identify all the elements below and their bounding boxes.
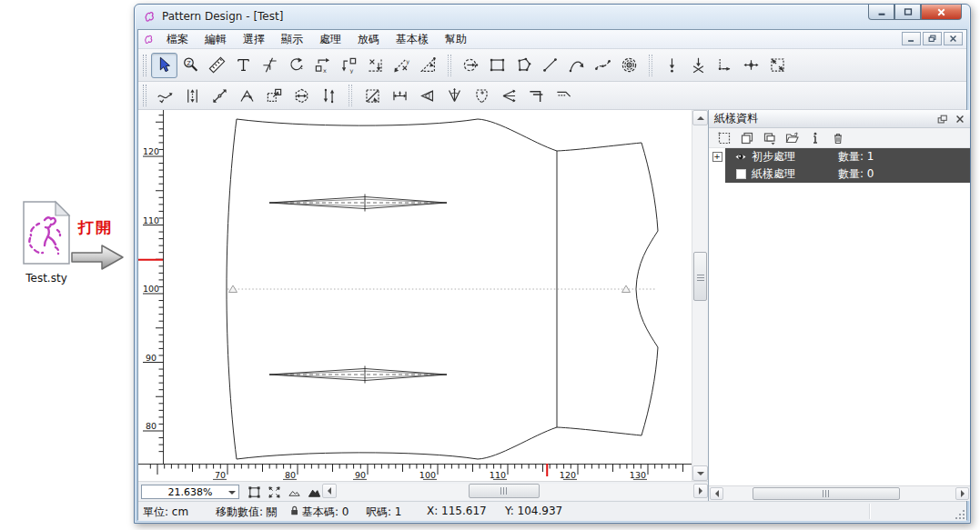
rotate-shape-tool-button[interactable] (288, 85, 315, 106)
menu-item-display[interactable]: 顯示 (273, 31, 311, 48)
maximize-button[interactable] (894, 5, 921, 20)
mirror-tool-button[interactable] (359, 85, 386, 106)
arc-tool-icon (568, 56, 585, 74)
horizontal-scroll-thumb[interactable] (753, 487, 900, 500)
mdi-minimize-button[interactable] (902, 32, 921, 45)
fit-view-button[interactable] (266, 484, 283, 500)
split-line-tool-button[interactable] (206, 85, 233, 106)
flip-vertical-tool-button[interactable] (178, 85, 206, 106)
canvas-vertical-scrollbar[interactable] (692, 110, 708, 481)
toolbar-grip[interactable] (143, 85, 146, 106)
scroll-down-button[interactable] (692, 465, 708, 481)
multi-point-tool-button[interactable] (764, 53, 791, 78)
move-x-tool-button[interactable]: x (309, 53, 336, 78)
stretch-tool-button[interactable] (415, 53, 441, 78)
notch-tool-button[interactable] (257, 53, 283, 78)
tree-expander-cell[interactable]: + (709, 148, 725, 165)
swap-points-tool-button[interactable] (315, 85, 342, 106)
zoom-tool-button[interactable]: Z (177, 53, 204, 78)
menu-item-file[interactable]: 檔案 (158, 31, 197, 48)
toolbar-separator (349, 85, 352, 106)
scroll-left-button[interactable] (322, 484, 337, 498)
panel-horizontal-scrollbar[interactable] (709, 485, 970, 501)
corner-point-tool-button[interactable] (712, 53, 738, 78)
scroll-right-button[interactable] (693, 484, 708, 498)
rotate-tool-button[interactable] (283, 53, 309, 78)
zoom-level-combobox[interactable]: 21.638% (141, 485, 239, 499)
dart-spread-tool-button[interactable] (495, 85, 522, 106)
menu-item-base-pattern[interactable]: 基本樣 (388, 31, 437, 48)
text-tool-button[interactable] (230, 53, 257, 78)
panel-titlebar[interactable]: 紙樣資料 (709, 110, 970, 128)
menu-item-select[interactable]: 選擇 (235, 31, 273, 48)
delete-button[interactable] (831, 131, 845, 145)
info-button[interactable] (808, 131, 823, 145)
dart-left-tool-button[interactable] (413, 85, 440, 106)
vertical-scroll-thumb[interactable] (693, 252, 707, 301)
dart-fan-tool-button[interactable] (440, 85, 468, 106)
copy-menu-button[interactable] (763, 131, 777, 145)
point-circle-tool-button[interactable] (458, 53, 484, 78)
row-content[interactable]: 紙樣處理數量: 0 (725, 165, 970, 183)
move-points-tool-button[interactable] (260, 85, 288, 106)
frame-view-button[interactable] (246, 484, 263, 500)
select-pointer-button[interactable] (151, 53, 177, 78)
pattern-group-row-initial-process[interactable]: +初步處理數量: 1 (709, 148, 970, 165)
polygon-tool-button[interactable] (510, 53, 537, 78)
intersect-point-tool-button[interactable] (738, 53, 764, 78)
thumbnail-small-button[interactable] (286, 484, 303, 500)
scroll-left-button[interactable] (710, 487, 723, 500)
close-button[interactable] (921, 5, 962, 20)
svg-text:y: y (349, 67, 353, 74)
select-frame-button[interactable] (717, 131, 732, 145)
smooth-curve-tool-button[interactable] (151, 85, 178, 106)
minimize-button[interactable] (868, 5, 894, 20)
menu-item-help[interactable]: 幫助 (437, 31, 475, 48)
arc-tool-button[interactable] (563, 53, 590, 78)
thumbnail-large-button[interactable] (306, 484, 323, 500)
eye-icon[interactable] (734, 152, 747, 162)
tree-expander-cell[interactable] (709, 165, 725, 183)
canvas-horizontal-scrollbar[interactable] (322, 484, 708, 500)
window-titlebar[interactable]: Pattern Design - [Test] (135, 5, 970, 28)
corner-trim-tool-button[interactable] (550, 85, 577, 106)
svg-text:100: 100 (143, 284, 159, 294)
desktop-file[interactable]: Test.sty (15, 200, 78, 285)
menu-item-process[interactable]: 處理 (311, 31, 349, 48)
add-point-tool-button[interactable] (659, 53, 685, 78)
open-arrow-icon (70, 241, 126, 277)
scroll-right-button[interactable] (955, 487, 969, 500)
scroll-up-button[interactable] (692, 110, 708, 125)
copy-button[interactable] (740, 131, 754, 145)
angle-tool-button[interactable] (233, 85, 260, 106)
pattern-group-row-pattern-process[interactable]: 紙樣處理數量: 0 (709, 165, 970, 183)
corner-tool-button[interactable] (522, 85, 550, 106)
measure-ruler-button[interactable] (204, 53, 230, 78)
delete-point-tool-button[interactable] (685, 53, 712, 78)
open-folder-button[interactable] (785, 131, 800, 145)
menu-item-grading[interactable]: 放碼 (349, 31, 388, 48)
panel-float-button[interactable] (935, 113, 949, 125)
pattern-canvas[interactable] (164, 110, 692, 464)
toolbar-grip[interactable] (143, 55, 146, 76)
rectangle-tool-icon (489, 56, 506, 74)
resize-grip-icon[interactable] (955, 509, 965, 520)
move-y-tool-button[interactable]: y (336, 53, 362, 78)
adjust-x-tool-button[interactable] (362, 53, 389, 78)
rectangle-tool-button[interactable] (484, 53, 510, 78)
dart-close-tool-button[interactable] (468, 85, 495, 106)
mdi-close-button[interactable] (944, 32, 963, 45)
width-measure-tool-button[interactable] (386, 85, 413, 106)
mdi-restore-button[interactable] (923, 32, 942, 45)
adjust-y-tool-button[interactable]: y (389, 53, 415, 78)
menu-item-edit[interactable]: 編輯 (197, 31, 235, 48)
line-tool-button[interactable] (537, 53, 563, 78)
concentric-tool-button[interactable] (616, 53, 642, 78)
panel-close-button[interactable] (953, 113, 966, 125)
expand-icon[interactable]: + (712, 152, 722, 162)
row-content[interactable]: 初步處理數量: 1 (725, 148, 970, 165)
visibility-checkbox[interactable] (736, 169, 746, 179)
dart-bottom (269, 366, 447, 384)
curve-tool-button[interactable] (590, 53, 616, 78)
horizontal-scroll-thumb[interactable] (469, 484, 540, 498)
